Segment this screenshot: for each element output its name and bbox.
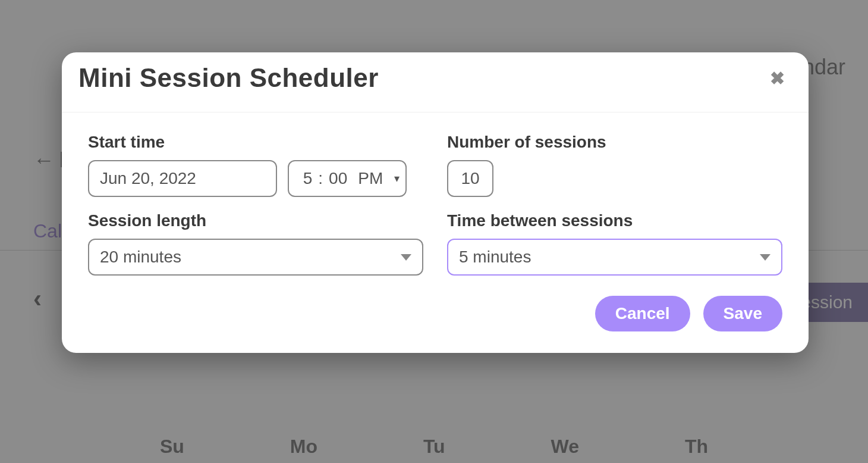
time-between-group: Time between sessions 5 minutes xyxy=(447,211,782,276)
time-between-select[interactable]: 5 minutes xyxy=(447,239,782,276)
time-hour: 5 xyxy=(303,169,313,188)
start-time-input[interactable]: 5 : 00 PM ▾ xyxy=(288,160,407,197)
modal-header: Mini Session Scheduler ✖ xyxy=(62,52,809,112)
time-sep: : xyxy=(316,169,325,188)
cancel-button[interactable]: Cancel xyxy=(595,296,690,331)
start-time-group: Start time Jun 20, 2022 5 : 00 PM ▾ xyxy=(88,133,423,197)
sessions-count-label: Number of sessions xyxy=(447,133,782,152)
sessions-count-input[interactable]: 10 xyxy=(447,160,493,197)
chevron-down-icon xyxy=(401,254,411,261)
start-time-label: Start time xyxy=(88,133,423,152)
session-length-group: Session length 20 minutes xyxy=(88,211,423,276)
modal-title: Mini Session Scheduler xyxy=(78,63,379,93)
close-icon[interactable]: ✖ xyxy=(766,65,788,91)
time-ampm: PM xyxy=(358,169,383,188)
chevron-down-icon xyxy=(760,254,770,261)
session-length-label: Session length xyxy=(88,211,423,230)
chevron-down-icon: ▾ xyxy=(394,172,400,185)
session-length-value: 20 minutes xyxy=(100,248,181,267)
time-minute: 00 xyxy=(329,169,347,188)
sessions-count-group: Number of sessions 10 xyxy=(447,133,782,197)
time-between-value: 5 minutes xyxy=(459,248,531,267)
modal-footer: Cancel Save xyxy=(62,290,809,353)
start-date-input[interactable]: Jun 20, 2022 xyxy=(88,160,277,197)
mini-session-scheduler-modal: Mini Session Scheduler ✖ Start time Jun … xyxy=(62,52,809,353)
time-between-label: Time between sessions xyxy=(447,211,782,230)
session-length-select[interactable]: 20 minutes xyxy=(88,239,423,276)
modal-body: Start time Jun 20, 2022 5 : 00 PM ▾ Numb… xyxy=(62,112,809,290)
save-button[interactable]: Save xyxy=(703,296,782,331)
